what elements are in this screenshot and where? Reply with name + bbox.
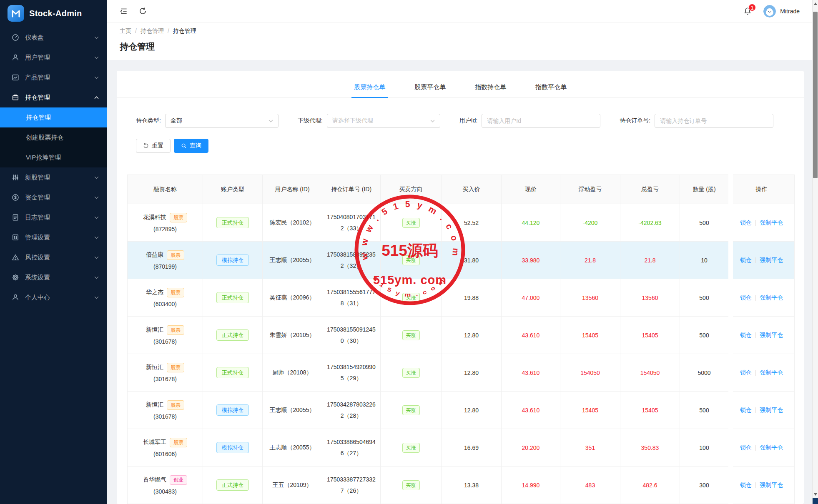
stock-tag: 股票 bbox=[167, 250, 184, 259]
breadcrumb: 主页/持仓管理/持仓管理 bbox=[120, 27, 800, 35]
force-close-link[interactable]: 强制平仓 bbox=[760, 332, 783, 338]
sidebar-item-admin-settings[interactable]: 管理设置 bbox=[0, 227, 107, 247]
stock-tag: 创业 bbox=[170, 475, 187, 484]
float-pl: 15405 bbox=[582, 407, 598, 414]
lock-position-link[interactable]: 锁仓 bbox=[740, 294, 752, 301]
direction-badge: 买涨 bbox=[402, 293, 420, 303]
topbar: 1 Mitrade bbox=[107, 0, 812, 22]
reset-button[interactable]: 重置 bbox=[136, 139, 171, 153]
user-name: 王志顺（20055） bbox=[270, 444, 315, 451]
chevron-down-icon bbox=[94, 76, 99, 79]
lock-position-link[interactable]: 锁仓 bbox=[740, 332, 752, 338]
filter-group: 下级代理:请选择下级代理 bbox=[298, 114, 440, 128]
sidebar-item-funds[interactable]: 资金管理 bbox=[0, 187, 107, 207]
user-name: 吴征燕（20096） bbox=[270, 294, 315, 301]
table-row: 倍益康 股票 (870199) 模拟持仓 王志顺（20055） 17503815… bbox=[128, 242, 795, 279]
vertical-scrollbar[interactable] bbox=[812, 0, 818, 504]
total-pl: 350.83 bbox=[641, 444, 659, 451]
column-header: 买入价 bbox=[442, 175, 502, 204]
sidebar-item-new-stocks[interactable]: 新股管理 bbox=[0, 167, 107, 187]
lock-position-link[interactable]: 锁仓 bbox=[740, 219, 752, 226]
scroll-up-arrow[interactable] bbox=[814, 2, 817, 5]
breadcrumb-item: 持仓管理 bbox=[173, 27, 196, 34]
lock-position-link[interactable]: 锁仓 bbox=[740, 369, 752, 376]
force-close-link[interactable]: 强制平仓 bbox=[760, 444, 783, 451]
tab-3[interactable]: 指数持仓单 bbox=[472, 80, 509, 97]
order-no: 1750333877273327（26） bbox=[326, 474, 376, 496]
lock-position-link[interactable]: 锁仓 bbox=[740, 257, 752, 263]
action-divider: | bbox=[755, 482, 757, 488]
column-header: 操作 bbox=[729, 175, 795, 204]
collapse-sidebar-icon[interactable] bbox=[120, 7, 128, 15]
account-type-badge: 正式持仓 bbox=[216, 329, 249, 341]
system-icon bbox=[12, 274, 19, 281]
sidebar-item-logs[interactable]: 日志管理 bbox=[0, 207, 107, 227]
filter-label: 下级代理: bbox=[298, 117, 323, 125]
tab-1[interactable]: 股票持仓单 bbox=[351, 80, 388, 98]
user-name: 朱雪娇（20105） bbox=[270, 332, 315, 338]
sidebar-item-products[interactable]: 产品管理 bbox=[0, 67, 107, 87]
lock-position-link[interactable]: 锁仓 bbox=[740, 482, 752, 488]
refresh-icon[interactable] bbox=[139, 7, 147, 15]
stock-code: (872895) bbox=[132, 226, 198, 232]
stock-tag: 股票 bbox=[167, 325, 184, 334]
order-no: 1750338865046946（27） bbox=[326, 437, 376, 459]
tab-2[interactable]: 股票平仓单 bbox=[412, 80, 448, 97]
scrollbar-thumb[interactable] bbox=[813, 12, 818, 178]
logo[interactable]: Stock-Admin bbox=[0, 0, 107, 27]
fixed-column-gutter bbox=[728, 175, 733, 504]
page-header: 主页/持仓管理/持仓管理 持仓管理 bbox=[107, 22, 812, 60]
account-type-badge: 正式持仓 bbox=[216, 479, 249, 491]
buy-price: 12.80 bbox=[464, 407, 479, 414]
sidebar-item-create-stock-position[interactable]: 创建股票持仓 bbox=[0, 127, 107, 147]
stock-name: 长城军工 bbox=[143, 439, 166, 446]
force-close-link[interactable]: 强制平仓 bbox=[760, 369, 783, 376]
scroll-down-arrow[interactable] bbox=[814, 493, 817, 496]
sidebar-item-positions[interactable]: 持仓管理 bbox=[0, 87, 107, 107]
notification-bell-icon[interactable]: 1 bbox=[743, 7, 752, 15]
breadcrumb-item[interactable]: 主页 bbox=[120, 27, 131, 34]
order-no: 1750381550912450（30） bbox=[326, 324, 376, 346]
chevron-down-icon bbox=[430, 120, 435, 122]
sidebar-item-dashboard[interactable]: 仪表盘 bbox=[0, 27, 107, 47]
button-row: 重置 查询 bbox=[117, 139, 804, 153]
tab-4[interactable]: 指数平仓单 bbox=[533, 80, 569, 97]
lock-position-link[interactable]: 锁仓 bbox=[740, 407, 752, 413]
avatar[interactable] bbox=[763, 5, 776, 17]
select-placeholder: 请选择下级代理 bbox=[332, 117, 430, 125]
direction-badge: 买涨 bbox=[402, 480, 420, 490]
search-button[interactable]: 查询 bbox=[174, 139, 208, 153]
filter-select[interactable]: 全部 bbox=[165, 114, 279, 128]
total-pl: -4202.63 bbox=[638, 220, 661, 226]
force-close-link[interactable]: 强制平仓 bbox=[760, 482, 783, 488]
stock-code: (301678) bbox=[132, 413, 198, 420]
column-header: 融资名称 bbox=[128, 175, 203, 204]
quantity: 300 bbox=[699, 482, 709, 489]
sidebar-item-users[interactable]: 用户管理 bbox=[0, 47, 107, 67]
force-close-link[interactable]: 强制平仓 bbox=[760, 219, 783, 226]
breadcrumb-item[interactable]: 持仓管理 bbox=[141, 27, 164, 34]
table-row: 华之杰 股票 (603400) 正式持仓 吴征燕（20096） 17503815… bbox=[128, 279, 795, 317]
main-area: 1 Mitrade 主页/持仓管理/持仓管理 持仓管理 股票持 bbox=[107, 0, 818, 504]
force-close-link[interactable]: 强制平仓 bbox=[760, 257, 783, 263]
user-name: 陈宏民（20102） bbox=[270, 219, 315, 226]
sidebar-item-vip-grab-manage[interactable]: VIP抢筹管理 bbox=[0, 147, 107, 167]
lock-position-link[interactable]: 锁仓 bbox=[740, 444, 752, 451]
sidebar-menu: 仪表盘 用户管理 产品管理 持仓管理 持仓管理 创建股票持仓 VIP抢筹管理 新… bbox=[0, 27, 107, 307]
breadcrumb-separator: / bbox=[168, 27, 169, 34]
username[interactable]: Mitrade bbox=[780, 8, 800, 15]
filter-input[interactable] bbox=[482, 114, 600, 128]
stock-name: 新恒汇 bbox=[146, 401, 163, 409]
sidebar-item-profile[interactable]: 个人中心 bbox=[0, 287, 107, 307]
table-row: 新恒汇 股票 (301678) 模拟持仓 王志顺（20055） 17503428… bbox=[128, 392, 795, 429]
filter-input[interactable] bbox=[655, 114, 773, 128]
sidebar-item-system-settings[interactable]: 系统设置 bbox=[0, 267, 107, 287]
column-header: 账户类型 bbox=[203, 175, 263, 204]
search-label: 查询 bbox=[190, 142, 201, 150]
filter-select[interactable]: 请选择下级代理 bbox=[327, 114, 440, 128]
force-close-link[interactable]: 强制平仓 bbox=[760, 407, 783, 413]
sidebar-item-risk-settings[interactable]: 风控设置 bbox=[0, 247, 107, 267]
force-close-link[interactable]: 强制平仓 bbox=[760, 294, 783, 301]
sidebar-item-positions-manage[interactable]: 持仓管理 bbox=[0, 107, 107, 127]
stock-code: (301678) bbox=[132, 376, 198, 382]
